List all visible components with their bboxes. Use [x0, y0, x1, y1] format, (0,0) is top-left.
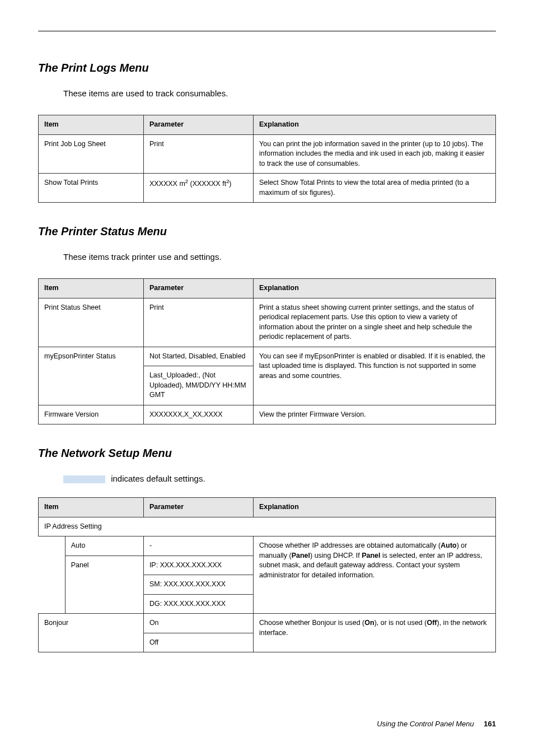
exp-bold: Off — [427, 619, 437, 627]
header-parameter: Parameter — [143, 279, 253, 298]
cell-item: Auto — [65, 536, 143, 556]
exp-text: Choose whether Bonjour is used ( — [259, 619, 364, 627]
table-header-row: Item Parameter Explanation — [39, 115, 496, 135]
cell-explanation: Choose whether IP addresses are obtained… — [253, 536, 495, 614]
content: The Print Logs Menu These items are used… — [0, 0, 534, 652]
param-text: (XXXXXX ft — [188, 180, 226, 188]
cell-parameter: Print — [143, 134, 253, 174]
header-explanation: Explanation — [253, 279, 495, 298]
default-color-box — [63, 475, 105, 483]
cell-parameter: Print — [143, 298, 253, 347]
header-item: Item — [39, 115, 144, 135]
page-number: 161 — [484, 720, 496, 728]
cell-item: Print Job Log Sheet — [39, 134, 144, 174]
cell-explanation: View the printer Firmware Version. — [253, 405, 495, 424]
footer: Using the Control Panel Menu 161 — [377, 720, 496, 728]
print-logs-intro: These items are used to track consumable… — [63, 88, 496, 98]
header-item: Item — [39, 279, 144, 298]
header-parameter: Parameter — [143, 498, 253, 517]
param-text: ) — [229, 180, 231, 188]
cell-parameter: XXXXXXX,X_XX,XXXX — [143, 405, 253, 424]
cell-item: Show Total Prints — [39, 174, 144, 203]
cell-parameter: Last_Uploaded:, (Not Uploaded), MM/DD/YY… — [143, 366, 253, 405]
exp-text: ), or is not used ( — [374, 619, 427, 627]
table-row: Firmware Version XXXXXXX,X_XX,XXXX View … — [39, 405, 496, 424]
cell-parameter: IP: XXX.XXX.XXX.XXX — [143, 556, 253, 575]
header-explanation: Explanation — [253, 498, 495, 517]
cell-parameter: - — [143, 536, 253, 556]
top-rule — [38, 31, 496, 31]
table-row: Print Job Log Sheet Print You can print … — [39, 134, 496, 174]
default-settings-text: indicates default settings. — [109, 474, 205, 483]
exp-bold: On — [364, 619, 374, 627]
cell-parameter: Off — [143, 633, 253, 652]
network-setup-table: Item Parameter Explanation IP Address Se… — [38, 497, 496, 652]
printer-status-table: Item Parameter Explanation Print Status … — [38, 278, 496, 424]
exp-bold: Auto — [441, 542, 456, 549]
ip-address-setting-label: IP Address Setting — [39, 517, 496, 536]
exp-text: ) using DHCP. If — [310, 552, 362, 559]
network-setup-title: The Network Setup Menu — [38, 447, 496, 460]
header-item: Item — [39, 498, 144, 517]
cell-explanation: Choose whether Bonjour is used (On), or … — [253, 614, 495, 652]
cell-item: Panel — [65, 556, 143, 614]
printer-status-title: The Printer Status Menu — [38, 225, 496, 238]
exp-text: Choose whether IP addresses are obtained… — [259, 542, 441, 549]
cell-item: myEpsonPrinter Status — [39, 347, 144, 405]
footer-text: Using the Control Panel Menu — [377, 720, 474, 728]
table-row: Print Status Sheet Print Print a status … — [39, 298, 496, 347]
table-header-row: Item Parameter Explanation — [39, 498, 496, 517]
cell-item: Print Status Sheet — [39, 298, 144, 347]
header-parameter: Parameter — [143, 115, 253, 135]
table-row: IP Address Setting — [39, 517, 496, 536]
cell-item: Bonjour — [39, 614, 144, 652]
cell-parameter: DG: XXX.XXX.XXX.XXX — [143, 594, 253, 614]
table-row: Auto - Choose whether IP addresses are o… — [39, 536, 496, 556]
cell-explanation: Select Show Total Prints to view the tot… — [253, 174, 495, 203]
print-logs-table: Item Parameter Explanation Print Job Log… — [38, 115, 496, 203]
cell-parameter: XXXXXX m2 (XXXXXX ft2) — [143, 174, 253, 203]
exp-bold: Panel — [362, 552, 380, 559]
cell-explanation: You can see if myEpsonPrinter is enabled… — [253, 347, 495, 405]
header-explanation: Explanation — [253, 115, 495, 135]
print-logs-title: The Print Logs Menu — [38, 62, 496, 74]
cell-parameter: SM: XXX.XXX.XXX.XXX — [143, 575, 253, 595]
printer-status-intro: These items track printer use and settin… — [63, 252, 496, 262]
param-text: XXXXXX m — [149, 180, 185, 188]
table-header-row: Item Parameter Explanation — [39, 279, 496, 298]
cell-parameter: Not Started, Disabled, Enabled — [143, 347, 253, 366]
table-row: myEpsonPrinter Status Not Started, Disab… — [39, 347, 496, 366]
cell-item: Firmware Version — [39, 405, 144, 424]
exp-bold: Panel — [292, 552, 310, 559]
cell-explanation: Print a status sheet showing current pri… — [253, 298, 495, 347]
table-row: Bonjour On Choose whether Bonjour is use… — [39, 614, 496, 633]
default-settings-note: indicates default settings. — [63, 474, 496, 483]
indent-spacer — [39, 536, 65, 614]
cell-explanation: You can print the job information saved … — [253, 134, 495, 174]
cell-parameter: On — [143, 614, 253, 633]
table-row: Show Total Prints XXXXXX m2 (XXXXXX ft2)… — [39, 174, 496, 203]
